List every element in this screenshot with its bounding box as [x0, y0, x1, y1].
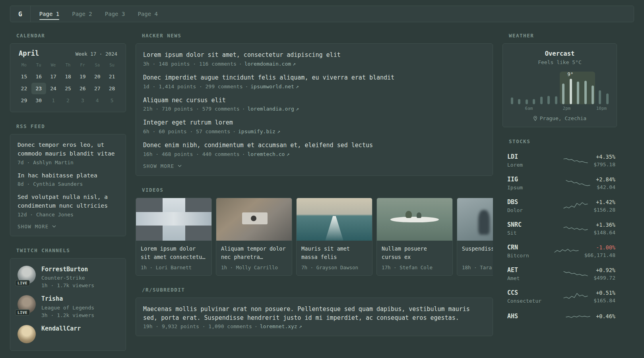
video-thumbnail[interactable]: [216, 198, 292, 241]
hn-item-meta: 6h · 60 points · 57 comments · ipsumify.…: [143, 128, 485, 134]
hn-item-title[interactable]: Donec enim nibh, condimentum et accumsan…: [143, 141, 485, 150]
stock-row[interactable]: IIG Ipsum +2.84% $42.04: [506, 172, 616, 195]
stock-values: -1.00% $66,171.48: [584, 244, 615, 258]
subreddit-post: Maecenas mollis pulvinar erat non posuer…: [143, 305, 485, 330]
stock-name: Lorem: [507, 162, 558, 168]
stock-values: +0.46%: [596, 313, 615, 321]
tab-page-4[interactable]: Page 4: [138, 6, 158, 22]
rss-item-title[interactable]: Sed volutpat nulla nisl, a condimentum n…: [17, 193, 118, 210]
rss-item-title[interactable]: In hac habitasse platea: [17, 171, 118, 180]
tab-page-3[interactable]: Page 3: [105, 6, 125, 22]
live-badge: LIVE: [15, 309, 30, 315]
video-title[interactable]: Aliquam tempor dolor nec pharetra…: [221, 245, 287, 261]
tab-page-2[interactable]: Page 2: [72, 6, 92, 22]
calendar-day-next-month[interactable]: 4: [90, 95, 105, 106]
hn-item-title[interactable]: Donec imperdiet augue tincidunt felis al…: [143, 74, 485, 82]
hn-item-title[interactable]: Lorem ipsum dolor sit amet, consectetur …: [143, 51, 485, 60]
calendar-day[interactable]: 20: [90, 71, 105, 82]
stock-symbol[interactable]: LDI: [507, 153, 558, 160]
stock-row[interactable]: AET Amet +0.92% $499.72: [506, 263, 616, 285]
calendar-day[interactable]: 17: [46, 71, 61, 82]
stock-price: $165.84: [594, 298, 615, 304]
rss-widget: RSS FEED Donec tempor eros leo, ut commo…: [10, 123, 126, 236]
twitch-channel[interactable]: LIVE Trisha League of Legends 3h · 1.2k …: [17, 295, 118, 318]
calendar-day[interactable]: 28: [105, 83, 119, 94]
stock-symbol[interactable]: DBS: [507, 198, 558, 206]
show-more-label: SHOW MORE: [143, 163, 175, 169]
video-thumbnail[interactable]: [136, 198, 211, 241]
calendar-day[interactable]: 22: [17, 83, 31, 94]
stock-price: $795.18: [594, 161, 615, 167]
calendar-day-next-month[interactable]: 5: [105, 95, 119, 106]
tab-page-1[interactable]: Page 1: [39, 6, 60, 22]
dashboard-page: G Page 1 Page 2 Page 3 Page 4 CALENDAR A…: [0, 0, 644, 358]
calendar-day-selected[interactable]: 23: [31, 83, 46, 94]
calendar-day[interactable]: 21: [105, 71, 119, 82]
calendar-day-next-month[interactable]: 3: [75, 95, 90, 106]
rss-show-more-button[interactable]: SHOW MORE: [17, 224, 56, 230]
calendar-day[interactable]: 15: [17, 71, 31, 82]
video-card[interactable]: Mauris sit amet massa felis 7h · Grayson…: [296, 198, 372, 276]
stock-row[interactable]: CRN Bitcorn -1.00% $66,171.48: [506, 240, 616, 263]
stock-id: CCS Consectetur: [507, 289, 558, 304]
channel-name[interactable]: KendallCarr: [41, 325, 81, 333]
calendar-day[interactable]: 30: [31, 95, 46, 106]
subreddit-post-title[interactable]: Maecenas mollis pulvinar erat non posuer…: [143, 305, 485, 323]
video-card[interactable]: Aliquam tempor dolor nec pharetra… 1h · …: [216, 198, 292, 276]
hn-item-domain-link[interactable]: ipsumify.biz ↗: [238, 128, 280, 134]
channel-name[interactable]: Trisha: [41, 295, 94, 303]
subreddit-widget-title: /R/SUBREDDIT: [142, 287, 493, 293]
calendar-day-next-month[interactable]: 2: [61, 95, 76, 106]
external-link-icon: ↗: [277, 128, 280, 134]
video-card[interactable]: Lorem ipsum dolor sit amet consectetu… 1…: [136, 198, 212, 276]
video-thumbnail[interactable]: [377, 198, 452, 241]
subreddit-domain-link[interactable]: loremnet.xyz ↗: [260, 323, 302, 329]
stock-row[interactable]: SNRC Sit +1.36% $148.64: [506, 217, 616, 240]
stock-row[interactable]: CCS Consectetur +0.51% $165.84: [506, 285, 616, 308]
video-title[interactable]: Mauris sit amet massa felis: [301, 245, 367, 261]
stock-row[interactable]: LDI Lorem +4.35% $795.18: [506, 149, 616, 172]
stock-symbol[interactable]: AET: [507, 267, 558, 274]
meta-separator: ·: [233, 128, 236, 134]
hn-item-domain-link[interactable]: loremtech.co ↗: [247, 151, 289, 157]
twitch-channel[interactable]: LIVE ForrestBurton Counter-Strike 1h · 1…: [17, 266, 118, 289]
calendar-day[interactable]: 24: [46, 83, 61, 94]
calendar-day[interactable]: 29: [17, 95, 31, 106]
calendar-day-next-month[interactable]: 1: [46, 95, 61, 106]
rss-item-title[interactable]: Donec tempor eros leo, ut commodo mauris…: [17, 141, 118, 158]
video-thumbnail[interactable]: [297, 198, 372, 241]
channel-viewers: 3h · 1.2k viewers: [41, 312, 94, 318]
hn-item-title[interactable]: Aliquam nec cursus elit: [143, 96, 485, 105]
stock-symbol[interactable]: IIG: [507, 176, 560, 183]
hn-item-title[interactable]: Integer eget rutrum lorem: [143, 119, 485, 127]
hn-item-domain-link[interactable]: ipsumworld.net ↗: [250, 84, 299, 90]
hn-item-domain-link[interactable]: loremlandia.org ↗: [247, 106, 299, 112]
stock-row[interactable]: DBS Dolor +1.42% $156.28: [506, 195, 616, 217]
calendar-day[interactable]: 18: [61, 71, 76, 82]
channel-name[interactable]: ForrestBurton: [41, 266, 94, 274]
video-card[interactable]: Nullam posuere cursus ex 17h · Stefan Co…: [376, 198, 453, 276]
calendar-day[interactable]: 27: [90, 83, 105, 94]
video-title[interactable]: Nullam posuere cursus ex: [382, 245, 448, 261]
rss-item-meta: 8d · Cynthia Saunders: [17, 181, 118, 187]
calendar-day[interactable]: 26: [75, 83, 90, 94]
twitch-channel[interactable]: KendallCarr: [17, 325, 118, 343]
video-thumbnail[interactable]: [457, 198, 493, 241]
video-title[interactable]: Suspendisse diam: [462, 245, 493, 261]
stock-row[interactable]: AHS +0.46%: [506, 308, 616, 326]
stock-symbol[interactable]: CRN: [507, 244, 549, 251]
calendar-day[interactable]: 25: [61, 83, 76, 94]
stock-symbol[interactable]: AHS: [507, 313, 560, 320]
video-title[interactable]: Lorem ipsum dolor sit amet consectetu…: [141, 245, 207, 261]
hn-item-domain-link[interactable]: loremdomain.com ↗: [244, 61, 296, 67]
hn-item-stats: 3h · 148 points · 116 comments: [143, 61, 237, 67]
video-card[interactable]: Suspendisse diam 18h · Tara: [457, 198, 493, 276]
stock-symbol[interactable]: SNRC: [507, 221, 558, 228]
meta-separator: ·: [245, 84, 248, 90]
calendar-day[interactable]: 16: [31, 71, 46, 82]
hn-show-more-button[interactable]: SHOW MORE: [143, 163, 182, 169]
stock-id: AHS: [507, 313, 560, 321]
calendar-day[interactable]: 19: [75, 71, 90, 82]
stock-symbol[interactable]: CCS: [507, 289, 558, 296]
stock-sparkline: [563, 269, 589, 279]
